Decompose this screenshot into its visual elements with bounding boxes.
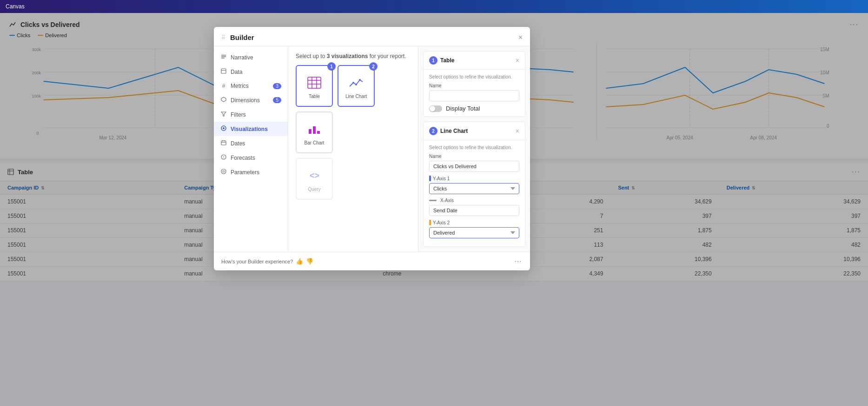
- viz-center: Select up to 3 visualizations for your r…: [288, 46, 418, 252]
- panel-card-table: 1 Table × Select options to refine the v…: [423, 51, 525, 117]
- svg-rect-45: [313, 126, 316, 134]
- modal-overlay: ⠿ Builder × Narrative: [0, 13, 868, 406]
- y-axis-2-indicator: Y-Axis 2: [429, 220, 519, 225]
- svg-point-33: [223, 157, 224, 158]
- y-axis-2-label: Y-Axis 2: [433, 220, 450, 225]
- panel-table-title: 1 Table: [429, 56, 454, 65]
- table-name-label: Name: [429, 83, 519, 88]
- panel-table-header: 1 Table ×: [424, 52, 525, 70]
- x-axis-indicator: X-Axis: [429, 198, 519, 203]
- svg-point-42: [355, 84, 357, 85]
- footer-feedback: How's your Builder experience? 👍 👎: [221, 258, 313, 265]
- dimensions-icon: [220, 97, 227, 104]
- svg-point-34: [221, 169, 226, 174]
- nav-dimensions-label: Dimensions: [231, 97, 260, 104]
- visualizations-icon: [220, 125, 227, 132]
- builder-close-button[interactable]: ×: [518, 34, 523, 41]
- panel-table-close[interactable]: ×: [516, 57, 519, 64]
- panel-table-label: Table: [440, 57, 454, 64]
- nav-parameters[interactable]: Parameters: [214, 165, 288, 179]
- viz-card-bar-chart[interactable]: Bar Chart: [296, 111, 333, 153]
- svg-rect-21: [221, 69, 226, 73]
- panel-line-chart-close[interactable]: ×: [516, 128, 519, 134]
- panel-line-chart-body: Select options to refine the visualizati…: [424, 140, 525, 247]
- nav-data-label: Data: [231, 69, 242, 75]
- viz-second-row: <> Query: [296, 158, 411, 200]
- panel-line-chart-subtitle: Select options to refine the visualizati…: [429, 145, 519, 150]
- viz-line-chart-label: Line Chart: [345, 94, 367, 99]
- metrics-badge: 3: [273, 83, 281, 89]
- svg-point-26: [223, 127, 225, 129]
- svg-rect-18: [221, 55, 226, 56]
- line-chart-name-input[interactable]: [429, 161, 519, 172]
- nav-forecasts[interactable]: Forecasts: [214, 151, 288, 165]
- builder-modal-header: ⠿ Builder ×: [214, 27, 530, 46]
- viz-badge-line-chart: 2: [369, 62, 378, 71]
- x-axis-input[interactable]: [429, 205, 519, 216]
- panel-table-body: Select options to refine the visualizati…: [424, 70, 525, 117]
- svg-marker-23: [221, 97, 226, 102]
- svg-point-35: [223, 170, 225, 172]
- dimensions-badge: 5: [273, 97, 281, 103]
- y-axis-1-select[interactable]: Clicks Delivered Sent: [429, 183, 519, 194]
- panel-line-chart-title: 2 Line Chart: [429, 127, 468, 135]
- viz-badge-table: 1: [327, 62, 336, 71]
- svg-marker-24: [221, 112, 226, 116]
- narrative-icon: [220, 54, 227, 61]
- y-axis-2-select[interactable]: Delivered Clicks Sent: [429, 227, 519, 238]
- nav-dimensions[interactable]: Dimensions 5: [214, 93, 288, 107]
- viz-line-chart-icon: [349, 73, 364, 92]
- x-axis-bar: [429, 200, 437, 201]
- top-bar: Canvas: [0, 0, 868, 13]
- nav-parameters-label: Parameters: [231, 169, 259, 176]
- viz-card-table[interactable]: 1 Table: [296, 65, 333, 107]
- nav-dates-label: Dates: [231, 140, 245, 147]
- viz-instruction: Select up to 3 visualizations for your r…: [296, 53, 411, 59]
- filters-icon: [220, 111, 227, 118]
- svg-rect-46: [317, 131, 320, 134]
- toggle-knob: [430, 106, 435, 111]
- thumbup-button[interactable]: 👍: [296, 258, 303, 265]
- footer-more[interactable]: ⋯: [514, 257, 523, 266]
- drag-handle-icon: ⠿: [221, 34, 226, 41]
- nav-narrative[interactable]: Narrative: [214, 50, 288, 65]
- svg-text:<>: <>: [310, 171, 319, 180]
- parameters-icon: [220, 169, 227, 176]
- x-axis-label: X-Axis: [440, 198, 454, 203]
- feedback-label: How's your Builder experience?: [221, 259, 293, 264]
- table-name-input[interactable]: [429, 90, 519, 101]
- svg-point-43: [359, 79, 361, 81]
- viz-query-icon: <>: [307, 166, 322, 185]
- y-axis-1-label: Y-Axis 1: [433, 176, 450, 181]
- nav-metrics-label: Metrics: [231, 83, 249, 89]
- nav-data[interactable]: Data: [214, 65, 288, 79]
- svg-rect-19: [221, 56, 226, 57]
- panel-line-chart-num: 2: [429, 127, 437, 135]
- builder-title: Builder: [230, 33, 254, 41]
- panel-line-chart-label: Line Chart: [440, 128, 468, 134]
- nav-visualizations-label: Visualizations: [231, 126, 268, 132]
- panel-table-num: 1: [429, 56, 437, 65]
- display-total-toggle[interactable]: [429, 105, 442, 112]
- display-total-row: Display Total: [429, 105, 519, 112]
- line-chart-name-label: Name: [429, 154, 519, 159]
- nav-forecasts-label: Forecasts: [231, 155, 255, 161]
- canvas-area: Clicks vs Delivered ··· Clicks Delivered…: [0, 13, 868, 406]
- nav-filters-label: Filters: [231, 111, 246, 118]
- forecasts-icon: [220, 154, 227, 161]
- nav-filters[interactable]: Filters: [214, 107, 288, 122]
- nav-visualizations[interactable]: Visualizations: [214, 122, 288, 136]
- thumbdown-button[interactable]: 👎: [306, 258, 313, 265]
- viz-query-label: Query: [308, 187, 320, 192]
- viz-card-query[interactable]: <> Query: [296, 158, 333, 200]
- dates-icon: [220, 140, 227, 147]
- viz-right-panel: 1 Table × Select options to refine the v…: [418, 46, 530, 252]
- nav-dates[interactable]: Dates: [214, 136, 288, 151]
- viz-table-label: Table: [309, 94, 320, 99]
- display-total-label: Display Total: [446, 105, 480, 112]
- app-title: Canvas: [6, 3, 25, 10]
- builder-footer: How's your Builder experience? 👍 👎 ⋯: [214, 252, 530, 270]
- viz-card-line-chart[interactable]: 2 Line Chart: [338, 65, 375, 107]
- metrics-icon: #: [220, 83, 227, 89]
- nav-metrics[interactable]: # Metrics 3: [214, 79, 288, 93]
